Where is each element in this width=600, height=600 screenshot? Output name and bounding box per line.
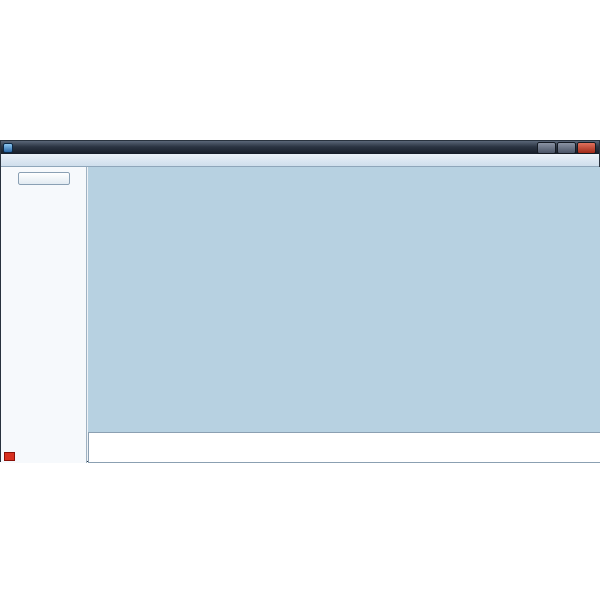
tab-bar (1, 154, 599, 167)
minimize-button[interactable] (537, 142, 556, 154)
sidebar (1, 167, 87, 463)
hvac-diagram (88, 167, 600, 432)
alert-icon (4, 452, 15, 461)
log-panel (88, 432, 600, 463)
demo-button[interactable] (18, 172, 70, 185)
app-window (0, 140, 600, 462)
log-message (89, 433, 600, 435)
title-bar[interactable] (1, 141, 599, 154)
app-icon (3, 143, 13, 153)
desktop (0, 0, 600, 600)
close-button[interactable] (577, 142, 596, 154)
diagram-area (88, 167, 600, 432)
maximize-button[interactable] (557, 142, 576, 154)
